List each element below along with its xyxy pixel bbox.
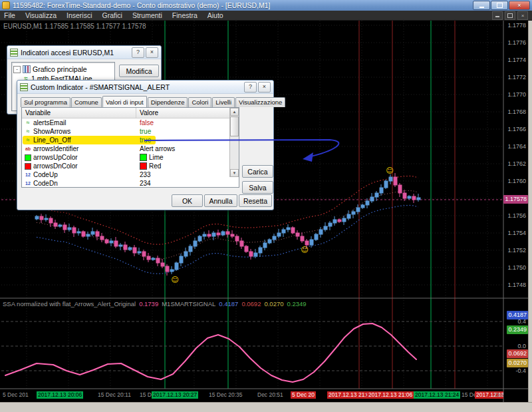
help-button[interactable]: ? (132, 47, 144, 58)
menu-item-grafici[interactable]: Grafici (102, 11, 122, 19)
input-row-codedn[interactable]: 12CodeDn234 (22, 179, 239, 188)
indicator-value-box: 0.2349 (507, 325, 528, 334)
dialog-title: Indicatori accesi EURUSD,M1 (21, 49, 114, 57)
input-value-cell[interactable]: false (136, 118, 239, 127)
color-swatch (140, 162, 147, 170)
price-scale-label: 1.1760 (507, 178, 526, 184)
input-row-codeup[interactable]: 12CodeUp233 (22, 170, 239, 179)
input-value-text: true (140, 136, 151, 144)
input-value-text: false (140, 118, 154, 127)
input-name-cell: ≈Line_On_Off (22, 136, 136, 144)
close-icon[interactable]: × (258, 82, 271, 93)
ok-button[interactable]: OK (172, 194, 203, 207)
chart-minimize-button[interactable] (492, 11, 503, 20)
inputs-table: Variabile Valore ≈alertsEmailfalse≈ShowA… (21, 107, 239, 188)
input-value-cell[interactable]: 233 (136, 170, 239, 179)
input-name: alertsEmail (33, 118, 66, 127)
time-axis[interactable]: 5 Dec 2012017.12.13 20:0615 Dec 20:1115 … (0, 390, 503, 401)
price-scale-label: 1.1776 (507, 39, 526, 46)
tab-colori[interactable]: Colori (188, 97, 211, 107)
menu-item-inserisci[interactable]: Inserisci (66, 11, 92, 19)
time-axis-label: 5 Dec 201 (1, 391, 30, 399)
reset-button[interactable]: Resetta (239, 194, 272, 207)
time-axis-label: 2017.12.13 21:24 (414, 391, 460, 399)
input-row-line-on-off[interactable]: ≈Line_On_Offtrue (22, 136, 239, 144)
input-name-cell: ≈ShowArrows (22, 127, 136, 136)
scroll-up-icon[interactable]: ▲ (230, 108, 239, 116)
input-value-text: true (140, 127, 151, 136)
tree-expander-icon[interactable]: - (13, 66, 21, 73)
input-name: Line_On_Off (33, 136, 71, 144)
tab-livelli[interactable]: Livelli (212, 97, 235, 107)
app-icon (2, 1, 10, 9)
time-axis-label: 15 Dec 20:35 (207, 391, 244, 399)
time-axis-label: Dec 20:51 (256, 391, 285, 399)
time-axis-label: Dec 21:55 (493, 391, 503, 399)
input-value-cell[interactable]: Alert arrows (136, 144, 239, 153)
minimize-button[interactable] (473, 1, 490, 10)
tree-item-label: Grafico principale (33, 65, 87, 73)
input-row-arrowsupcolor[interactable]: arrowsUpColorLime (22, 153, 239, 162)
price-scale-label: 1.1766 (507, 126, 526, 132)
maximize-button[interactable] (491, 1, 508, 10)
help-button[interactable]: ? (244, 82, 257, 93)
price-scale-label: 1.1764 (507, 143, 526, 150)
tab-valori-di-input[interactable]: Valori di input (102, 96, 147, 107)
chart-restore-button[interactable] (505, 11, 515, 20)
dialog-tabs: Sul programmaComuneValori di inputDipend… (21, 96, 270, 107)
input-row-arrowsidentifier[interactable]: abarrowsIdentifierAlert arrows (22, 144, 239, 153)
title-bar[interactable]: 11595482: ForexTime-Standard-demo - Cont… (0, 0, 532, 11)
input-value-cell[interactable]: Lime (136, 153, 239, 162)
dialog-title-bar[interactable]: Indicatori accesi EURUSD,M1 ? × (7, 46, 161, 59)
modify-button[interactable]: Modifica (119, 65, 159, 77)
indicator-level-label: 0.0 (517, 343, 526, 349)
column-header-variable: Variabile (22, 108, 136, 118)
color-swatch (140, 154, 147, 161)
dialog-title-bar[interactable]: Custom Indicator - #SMARTSIGNAL_ALERT ? … (17, 81, 273, 94)
indicator-label-part: SSA normalized with flat_Arrows_Alert_Or… (3, 300, 136, 308)
tab-comune[interactable]: Comune (71, 97, 102, 107)
cancel-button[interactable]: Annulla (204, 194, 237, 207)
price-scale-label: 1.1754 (507, 230, 526, 236)
input-row-arrowsdncolor[interactable]: arrowsDnColorRed (22, 162, 239, 170)
tab-sul-programma[interactable]: Sul programma (21, 97, 70, 107)
menu-item-visualizza[interactable]: Visualizza (25, 11, 57, 19)
input-row-showarrows[interactable]: ≈ShowArrowstrue (22, 127, 239, 136)
menu-item-file[interactable]: File (4, 11, 15, 19)
input-value-cell[interactable]: true (136, 127, 239, 136)
table-body: ≈alertsEmailfalse≈ShowArrowstrue≈Line_On… (22, 118, 239, 188)
price-scale-label: 1.1778 (507, 22, 526, 29)
price-scale-label: 1.1748 (507, 282, 526, 288)
chart-close-button[interactable]: × (517, 11, 528, 20)
input-row-alertsemail[interactable]: ≈alertsEmailfalse (22, 118, 239, 127)
time-axis-label: 2017.12.13 20:06 (37, 391, 83, 399)
input-value-cell[interactable]: 234 (136, 179, 239, 188)
input-type-icon: ≈ (25, 128, 31, 135)
tab-dipendenze[interactable]: Dipendenze (148, 97, 188, 107)
column-header-value: Valore (136, 108, 239, 118)
input-value-text: Lime (149, 153, 164, 162)
indicator-label-part: M1SMARTSIGNAL (162, 300, 215, 308)
price-scale-label: 1.1752 (507, 247, 526, 254)
input-type-icon (25, 163, 31, 170)
input-name: arrowsIdentifier (33, 144, 78, 153)
menu-item-aiuto[interactable]: Aiuto (207, 11, 223, 19)
price-scale-label: 1.1762 (507, 160, 526, 167)
input-value-cell[interactable]: true (136, 136, 239, 144)
indicator-value-box: 0.4187 (507, 311, 528, 319)
save-button[interactable]: Salva (242, 181, 273, 194)
input-type-icon: ≈ (25, 137, 31, 144)
custom-indicator-dialog: Custom Indicator - #SMARTSIGNAL_ALERT ? … (17, 80, 274, 210)
dialog-title: Custom Indicator - #SMARTSIGNAL_ALERT (31, 83, 170, 91)
price-scale[interactable]: 1.17781.17761.17741.17721.17701.17681.17… (504, 21, 528, 402)
menu-item-strumenti[interactable]: Strumenti (132, 11, 162, 19)
tab-visualizzazione[interactable]: Visualizzazione (235, 97, 285, 107)
close-icon[interactable]: × (146, 47, 158, 58)
menu-item-finestra[interactable]: Finestra (172, 11, 198, 19)
load-button[interactable]: Carica (242, 165, 273, 178)
indicator-label-part: 0.1739 (139, 300, 158, 308)
close-button[interactable]: × (509, 1, 530, 10)
tree-item-grafico-principale[interactable]: -Grafico principale (13, 65, 113, 74)
indicator-label-part: 0.2349 (287, 300, 307, 308)
input-value-cell[interactable]: Red (136, 162, 239, 170)
